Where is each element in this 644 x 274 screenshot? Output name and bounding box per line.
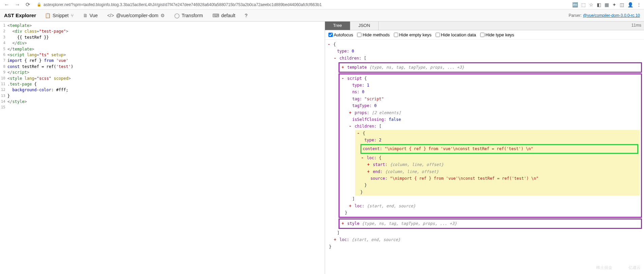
panel-icon[interactable]: ◫ (620, 2, 624, 7)
expand-icon[interactable]: + (367, 168, 371, 175)
code-editor[interactable]: 1<template>2 <div class="test-page">3 {{… (0, 22, 325, 274)
line-number: 10 (0, 76, 7, 81)
file-icon: 🗎 (83, 13, 88, 18)
collapse-icon[interactable]: - (356, 130, 360, 137)
parser-link[interactable]: @vue/compiler-dom-3.0.0-rc.10 (583, 13, 640, 18)
tab-tree[interactable]: Tree (325, 22, 350, 30)
expand-icon[interactable]: + (348, 109, 352, 116)
expand-icon[interactable]: + (333, 236, 337, 243)
main-panes: 1<template>2 <div class="test-page">3 {{… (0, 22, 644, 274)
code-content[interactable]: </template> (7, 46, 325, 52)
code-content[interactable]: .test-page { (7, 81, 325, 87)
ast-tree[interactable]: - { type: 0 - children: [ + template {ty… (325, 40, 644, 274)
help-button[interactable]: ? (241, 11, 251, 20)
code-content[interactable]: <style lang="scss" scoped> (7, 76, 325, 81)
puzzle-icon[interactable]: ✦ (612, 2, 616, 7)
reload-icon[interactable]: ⟳ (24, 1, 31, 8)
tab-json[interactable]: JSON (350, 22, 379, 30)
snippet-menu[interactable]: 📋 Snippet ⑂ (41, 11, 77, 20)
code-line[interactable]: 3 {{ testRef }} (0, 35, 325, 40)
url-text: astexplorer.net/?spm=taofed.bloginfo.blo… (43, 2, 322, 7)
star-icon[interactable]: ☆ (589, 2, 593, 7)
code-line[interactable]: 2 <div class="test-page"> (0, 29, 325, 34)
code-content[interactable]: <template> (7, 23, 325, 29)
opt-hide-methods[interactable]: Hide methods (357, 32, 389, 37)
menu-icon[interactable]: ⋮ (637, 2, 641, 7)
expand-icon[interactable]: + (367, 161, 371, 168)
tree-options: Autofocus Hide methods Hide empty keys H… (325, 30, 644, 40)
line-number: 4 (0, 40, 7, 46)
profile-icon[interactable]: 👤 (627, 2, 633, 7)
code-line[interactable]: 13} (0, 93, 325, 99)
code-line[interactable]: 12 background-color: #fff; (0, 87, 325, 93)
code-line[interactable]: 4 </div> (0, 40, 325, 46)
code-line[interactable]: 15 (0, 105, 325, 110)
transform-label: Transform (182, 13, 203, 18)
gear-icon: ⚙ (160, 13, 165, 18)
expand-icon[interactable]: + (348, 203, 352, 209)
translate-icon[interactable]: 🔤 (572, 2, 578, 7)
opt-hide-loc[interactable]: Hide location data (436, 32, 476, 37)
code-line[interactable]: 14</style> (0, 99, 325, 105)
code-content[interactable]: </script> (7, 70, 325, 75)
language-menu[interactable]: 🗎 Vue (80, 11, 101, 20)
app-icon[interactable]: ⬚ (581, 2, 586, 7)
code-content[interactable]: import { ref } from 'vue' (7, 58, 325, 64)
keyboard-icon: ⌨ (212, 13, 219, 18)
default-label: default (221, 13, 235, 18)
opt-hide-type[interactable]: Hide type keys (480, 32, 514, 37)
compiler-menu[interactable]: </> @vue/compiler-dom ⚙ (104, 11, 168, 20)
opt-autofocus[interactable]: Autofocus (328, 32, 353, 37)
hide-loc-checkbox[interactable] (436, 33, 440, 37)
compiler-label: @vue/compiler-dom (116, 13, 158, 18)
code-content[interactable]: {{ testRef }} (7, 35, 325, 40)
code-line[interactable]: 1<template> (0, 23, 325, 29)
opt-hide-empty[interactable]: Hide empty keys (394, 32, 432, 37)
brand-title: AST Explorer (1, 12, 39, 18)
code-content[interactable]: </div> (7, 40, 325, 46)
hide-type-checkbox[interactable] (480, 33, 485, 37)
browser-bar: ← → ⟳ 🔒 astexplorer.net/?spm=taofed.blog… (0, 0, 644, 9)
code-content[interactable]: </style> (7, 99, 325, 105)
style-node-box: + style {type, ns, tag, tagType, props, … (339, 218, 642, 229)
code-content[interactable]: const testRef = ref('test') (7, 64, 325, 70)
back-icon[interactable]: ← (3, 1, 11, 8)
output-tabs: Tree JSON 11ms (325, 22, 644, 30)
watermark-1: 稀土掘金 (596, 265, 612, 271)
content-highlight: content: "\nimport { ref } from 'vue'\nc… (360, 144, 638, 153)
expand-icon[interactable]: + (341, 220, 345, 227)
code-content[interactable]: } (7, 93, 325, 99)
code-icon: </> (107, 13, 114, 18)
collapse-icon[interactable]: - (341, 75, 345, 82)
collapse-icon[interactable]: - (360, 155, 364, 161)
code-content[interactable]: <script lang="ts" setup> (7, 52, 325, 58)
ext2-icon[interactable]: ▦ (605, 2, 609, 7)
code-line[interactable]: 8const testRef = ref('test') (0, 64, 325, 70)
collapse-icon[interactable]: - (327, 41, 331, 48)
line-number: 1 (0, 23, 7, 29)
ast-pane: Tree JSON 11ms Autofocus Hide methods Hi… (325, 22, 644, 274)
ext1-icon[interactable]: ◧ (597, 2, 601, 7)
hide-empty-checkbox[interactable] (394, 33, 398, 37)
code-content[interactable]: <div class="test-page"> (7, 29, 325, 34)
timing-label: 11ms (629, 22, 644, 30)
code-content[interactable] (7, 105, 325, 110)
line-number: 2 (0, 29, 7, 34)
transform-menu[interactable]: ◯ Transform (171, 11, 206, 20)
child-node-highlight: - { type: 2 content: "\nimport { ref } f… (355, 130, 640, 196)
forward-icon[interactable]: → (13, 1, 22, 8)
default-menu[interactable]: ⌨ default (209, 11, 239, 20)
code-line[interactable]: 7import { ref } from 'vue' (0, 58, 325, 64)
hide-methods-checkbox[interactable] (357, 33, 361, 37)
code-line[interactable]: 9</script> (0, 70, 325, 75)
autofocus-checkbox[interactable] (328, 33, 333, 37)
code-line[interactable]: 11.test-page { (0, 81, 325, 87)
expand-icon[interactable]: + (341, 64, 345, 71)
code-line[interactable]: 5</template> (0, 46, 325, 52)
code-line[interactable]: 6<script lang="ts" setup> (0, 52, 325, 58)
code-line[interactable]: 10<style lang="scss" scoped> (0, 76, 325, 81)
collapse-icon[interactable]: - (333, 55, 337, 62)
collapse-icon[interactable]: - (348, 123, 352, 130)
code-content[interactable]: background-color: #fff; (7, 87, 325, 93)
address-bar[interactable]: 🔒 astexplorer.net/?spm=taofed.bloginfo.b… (34, 2, 569, 7)
